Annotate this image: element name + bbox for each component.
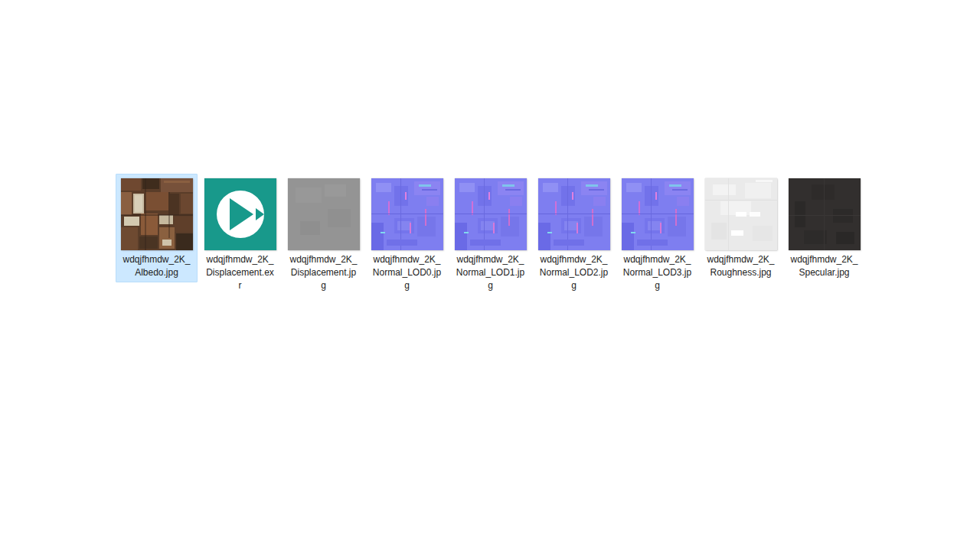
specular-thumbnail [789, 178, 861, 250]
file-name-label: wdqjfhmdw_2K_Displacement.exr [205, 253, 276, 292]
roughness-thumbnail [705, 178, 777, 250]
file-name-label: wdqjfhmdw_2K_Normal_LOD1.jpg [456, 253, 526, 292]
file-explorer-canvas: wdqjfhmdw_2K_Albedo.jpg wdqjfhmdw_2K_Dis… [0, 0, 980, 551]
albedo-wood-thumbnail [121, 178, 193, 250]
file-name-label: wdqjfhmdw_2K_Normal_LOD2.jpg [539, 253, 609, 292]
normal-map-thumbnail [622, 178, 694, 250]
normal-map-thumbnail [455, 178, 527, 250]
exr-file-thumbnail [204, 178, 276, 250]
file-name-label: wdqjfhmdw_2K_Albedo.jpg [122, 253, 192, 279]
file-item-albedo[interactable]: wdqjfhmdw_2K_Albedo.jpg [116, 174, 198, 282]
file-name-label: wdqjfhmdw_2K_Normal_LOD3.jpg [622, 253, 693, 292]
file-item-normal-lod2[interactable]: wdqjfhmdw_2K_Normal_LOD2.jpg [533, 174, 615, 295]
file-name-label: wdqjfhmdw_2K_Normal_LOD0.jpg [372, 253, 443, 292]
file-item-normal-lod0[interactable]: wdqjfhmdw_2K_Normal_LOD0.jpg [366, 174, 448, 295]
file-name-label: wdqjfhmdw_2K_Roughness.jpg [706, 253, 776, 279]
file-item-displacement-exr[interactable]: wdqjfhmdw_2K_Displacement.exr [199, 174, 281, 295]
normal-map-thumbnail [538, 178, 610, 250]
file-item-roughness[interactable]: wdqjfhmdw_2K_Roughness.jpg [700, 174, 782, 282]
file-item-normal-lod3[interactable]: wdqjfhmdw_2K_Normal_LOD3.jpg [616, 174, 698, 295]
file-item-specular[interactable]: wdqjfhmdw_2K_Specular.jpg [783, 174, 865, 282]
file-name-label: wdqjfhmdw_2K_Displacement.jpg [289, 253, 359, 292]
file-grid: wdqjfhmdw_2K_Albedo.jpg wdqjfhmdw_2K_Dis… [116, 174, 865, 295]
file-item-normal-lod1[interactable]: wdqjfhmdw_2K_Normal_LOD1.jpg [449, 174, 531, 295]
normal-map-thumbnail [371, 178, 443, 250]
file-item-displacement-jpg[interactable]: wdqjfhmdw_2K_Displacement.jpg [283, 174, 364, 295]
displacement-gray-thumbnail [288, 178, 360, 250]
file-name-label: wdqjfhmdw_2K_Specular.jpg [789, 253, 860, 279]
